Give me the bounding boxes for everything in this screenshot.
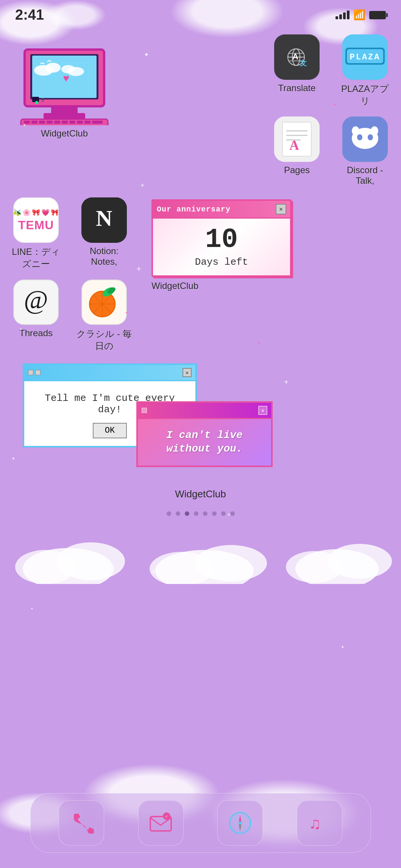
anniversary-days: 10 — [161, 226, 282, 253]
svg-point-47 — [357, 134, 362, 140]
anniversary-widget[interactable]: Our anniversary ✕ 10 Days left WidgetClu… — [151, 199, 292, 291]
dock-compass[interactable] — [217, 800, 263, 846]
svg-point-66 — [15, 550, 76, 584]
dialog-love[interactable]: ✕ I can't live without you. — [136, 401, 273, 467]
svg-text:@: @ — [24, 285, 48, 314]
music-icon: ♫ — [307, 811, 332, 835]
translate-icon: A 文 — [282, 42, 312, 72]
page-dot-5[interactable] — [203, 511, 208, 516]
dock-music[interactable]: ♫ — [297, 800, 342, 846]
svg-text:N: N — [96, 206, 112, 231]
svg-rect-14 — [42, 101, 44, 102]
app-translate[interactable]: A 文 Translate — [268, 34, 325, 107]
svg-text:A: A — [292, 52, 298, 61]
svg-point-72 — [286, 551, 343, 583]
svg-rect-23 — [69, 121, 75, 124]
page-dot-1[interactable] — [167, 511, 171, 516]
dock-phone[interactable] — [59, 800, 104, 846]
page-dot-4[interactable] — [194, 511, 198, 516]
dialog-pink-close[interactable]: ✕ — [258, 406, 267, 415]
dialog-pink-titlebar: ✕ — [138, 403, 271, 419]
dock: ✓ ♫ — [30, 793, 371, 853]
page-dot-2[interactable] — [176, 511, 180, 516]
page-dot-7[interactable] — [221, 511, 226, 516]
anniversary-days-label: Days left — [161, 256, 282, 268]
threads-label: Threads — [19, 328, 53, 339]
svg-point-7 — [61, 65, 75, 73]
svg-point-48 — [368, 134, 373, 140]
phone-icon — [69, 811, 94, 835]
app-threads[interactable]: @ Threads — [8, 279, 64, 352]
svg-rect-13 — [42, 99, 44, 100]
svg-rect-20 — [47, 121, 53, 124]
kurashiru-label: クラシル - 毎日の — [76, 328, 133, 352]
page-dots — [8, 511, 393, 516]
page-dot-8[interactable] — [230, 511, 235, 516]
compass-icon — [228, 811, 253, 835]
page-dot-3[interactable] — [185, 511, 189, 516]
svg-text:PLAZA: PLAZA — [350, 53, 380, 62]
svg-rect-19 — [39, 121, 45, 124]
svg-rect-22 — [62, 121, 68, 124]
svg-point-50 — [371, 126, 378, 135]
svg-rect-9 — [51, 106, 78, 114]
app-line[interactable]: 🫒 🌸 🎀 💗 🎀 TEMU LINE：ディズニー — [8, 197, 64, 270]
line-label: LINE：ディズニー — [8, 246, 64, 270]
plaza-icon: PLAZA — [342, 34, 388, 80]
svg-rect-12 — [42, 98, 44, 99]
svg-point-15 — [35, 101, 38, 104]
svg-rect-17 — [24, 121, 30, 124]
pixel-computer-art: ♥ — [9, 27, 119, 125]
translate-label: Translate — [278, 83, 315, 93]
svg-rect-11 — [32, 97, 39, 102]
signal-icon — [335, 11, 350, 19]
notion-label: Notion: Notes, — [76, 246, 133, 267]
dialog-blue-close[interactable]: ✕ — [183, 368, 192, 377]
dialog-blue-titlebar: ✕ — [24, 365, 195, 381]
svg-text:♫: ♫ — [310, 815, 320, 834]
kurashiru-icon — [82, 279, 126, 325]
status-bar: 2:41 📶 — [0, 0, 401, 27]
dialog-ok-button[interactable]: OK — [93, 423, 127, 438]
dialog-love-message: I can't live without you. — [147, 429, 262, 456]
svg-point-82 — [239, 821, 242, 825]
mail-icon: ✓ — [148, 811, 173, 835]
wifi-icon: 📶 — [353, 9, 365, 21]
app-discord[interactable]: Discord - Talk, — [337, 116, 393, 186]
app-pages[interactable]: A Pages — [268, 116, 325, 186]
dialog-section: ✕ Tell me I'm cute every day! OK ✕ I can… — [8, 363, 393, 492]
widgetclub-label: WidgetClub — [41, 128, 88, 139]
widget-close-button[interactable]: ✕ — [276, 204, 286, 214]
svg-text:✓: ✓ — [165, 814, 168, 819]
app-plaza[interactable]: PLAZA PLAZAアプリ — [337, 34, 393, 107]
app-kurashiru[interactable]: クラシル - 毎日の — [76, 279, 133, 352]
svg-text:♥: ♥ — [63, 73, 70, 85]
page-dot-6[interactable] — [212, 511, 217, 516]
svg-text:A: A — [289, 138, 299, 153]
pages-label: Pages — [284, 165, 310, 175]
clouds-bottom — [8, 523, 394, 584]
status-icons: 📶 — [335, 9, 386, 21]
svg-point-49 — [352, 126, 359, 135]
anniversary-title: Our anniversary — [157, 205, 231, 214]
svg-rect-24 — [77, 121, 83, 124]
battery-icon — [369, 11, 386, 19]
widgetclub2-label: WidgetClub — [151, 281, 198, 291]
discord-label: Discord - Talk, — [337, 165, 393, 186]
widgetclub-widget[interactable]: ♥ — [8, 27, 121, 139]
widget-titlebar: Our anniversary ✕ — [153, 201, 290, 219]
pages-icon: A — [274, 116, 320, 162]
status-time: 2:41 — [15, 7, 44, 23]
threads-icon-img: @ — [14, 279, 58, 325]
svg-point-5 — [45, 63, 61, 73]
notion-icon: N — [81, 197, 127, 243]
svg-rect-26 — [92, 121, 103, 124]
svg-text:文: 文 — [300, 59, 307, 67]
svg-rect-21 — [54, 121, 60, 124]
svg-rect-25 — [84, 121, 90, 124]
dock-mail[interactable]: ✓ — [138, 800, 184, 846]
svg-rect-18 — [31, 121, 37, 124]
app-notion[interactable]: N Notion: Notes, — [76, 197, 133, 270]
plaza-label: PLAZAアプリ — [337, 83, 393, 107]
discord-icon — [342, 116, 388, 162]
